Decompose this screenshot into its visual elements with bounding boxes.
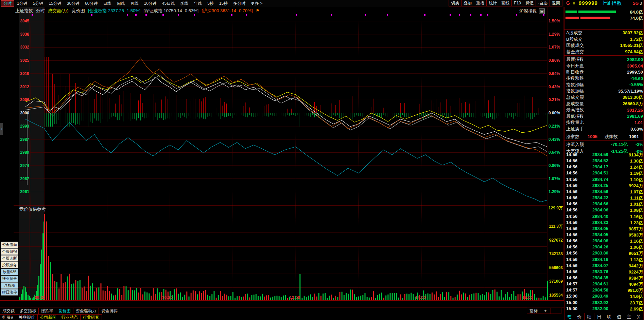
period-item-月线[interactable]: 月线	[127, 1, 141, 6]
row-value: 14565.31亿	[620, 42, 643, 49]
toolbar-button-重播[interactable]: 重播	[474, 0, 487, 6]
adv-dec-cell: 1091	[629, 134, 639, 139]
sidebar-button-行业掘金[interactable]: 行业掘金	[1, 276, 18, 282]
toolbar-button-画线[interactable]: 画线	[499, 0, 512, 6]
extension-tab-row: 扩展∧关联报价公司新闻行业动态行业研究	[0, 314, 102, 320]
sidebar-button-放量935[interactable]: 放量935	[1, 269, 18, 275]
chart-header-item-0[interactable]: 上证指数	[15, 8, 33, 14]
period-item-5秒[interactable]: 5秒	[205, 1, 216, 6]
indicator-tab-竞价图[interactable]: 竞价图	[56, 308, 73, 314]
intraday-chart[interactable]	[0, 7, 564, 301]
zoom-out-button[interactable]: -	[551, 308, 561, 314]
tick-time: 14:56	[566, 189, 577, 194]
bottom-tab-行业动态[interactable]: 行业动态	[59, 314, 81, 320]
toolbar-button-叠加[interactable]: 叠加	[461, 0, 474, 6]
period-item-多分时[interactable]: 多分时	[230, 1, 248, 6]
indicator-button[interactable]: 指标	[527, 308, 540, 314]
indicator-tab-多空指标[interactable]: 多空指标	[17, 308, 39, 314]
time-label-10:30: 10:30	[162, 295, 173, 300]
panel-tab-主[interactable]: 主	[624, 313, 634, 320]
indicator-tab-成交额[interactable]: 成交额	[0, 308, 17, 314]
period-item-更多 >[interactable]: 更多 >	[248, 1, 265, 6]
indicator-tab-资金驱动力[interactable]: 资金驱动力	[73, 308, 99, 314]
tick-price: 2982.92	[592, 300, 608, 305]
toolbar-button--自选[interactable]: -自选	[536, 0, 550, 6]
chart-header-item-1[interactable]: 分时	[36, 8, 45, 14]
panel-tab-筹[interactable]: 筹	[634, 313, 644, 320]
chart-header-item-2[interactable]: 成交额(万)	[48, 8, 69, 14]
tick-price: 2984.40	[592, 214, 608, 219]
sidebar-button-昨日涨停[interactable]: 昨日涨停	[1, 289, 18, 296]
indicator-tab-资金博弈[interactable]: 资金博弈	[99, 308, 120, 314]
price-axis-label: 2974	[13, 164, 29, 168]
period-item-年线[interactable]: 年线	[191, 1, 205, 6]
period-item-30分钟[interactable]: 30分钟	[64, 1, 82, 6]
toolbar-button-切换[interactable]: 切换	[449, 0, 462, 6]
row-label: B股成交	[566, 36, 582, 42]
collapse-tab[interactable]: »	[0, 123, 3, 135]
tick-price: 2984.16	[592, 257, 608, 262]
period-item-分时[interactable]: 分时	[1, 0, 14, 7]
zoom-in-button[interactable]: +	[540, 308, 551, 314]
bottom-tab-关联报价[interactable]: 关联报价	[16, 314, 38, 320]
sidebar-button-含权股[interactable]: 含权股	[1, 282, 18, 289]
tick-amount: 1.06亿	[630, 244, 643, 250]
panel-row-最新指数: 最新指数2982.90	[564, 56, 644, 62]
bottom-tab-扩展∧[interactable]: 扩展∧	[0, 314, 16, 320]
row-value: 26560.8万	[623, 101, 643, 107]
toolbar-actions: 切换叠加重播统计画线F10标记-自选返回	[449, 0, 562, 6]
auction-note: 竞价仅供参考	[19, 206, 46, 212]
bottom-tab-公司新闻[interactable]: 公司新闻	[37, 314, 59, 320]
panel-tab-笔[interactable]: 笔	[564, 313, 574, 320]
period-item-15秒[interactable]: 15秒	[216, 1, 230, 6]
tick-row: 14:562984.511.19亿	[564, 170, 644, 176]
period-item-15分钟[interactable]: 15分钟	[46, 1, 64, 6]
toolbar-button-标记[interactable]: 标记	[523, 0, 536, 6]
period-item-1分钟[interactable]: 1分钟	[14, 1, 30, 6]
panel-tab-值[interactable]: 值	[614, 313, 624, 320]
time-label-09:30: 09:30	[35, 295, 45, 300]
period-item-5分钟[interactable]: 5分钟	[30, 1, 46, 6]
toolbar-button-返回[interactable]: 返回	[550, 0, 562, 6]
panel-tab-联[interactable]: 联	[604, 313, 614, 320]
period-item-45日线[interactable]: 45日线	[159, 1, 177, 6]
volume-axis-label: 371069	[542, 279, 563, 283]
period-item-10分钟[interactable]: 10分钟	[141, 1, 159, 6]
panel-tab-日[interactable]: 日	[594, 313, 604, 320]
period-item-周线[interactable]: 周线	[114, 1, 127, 6]
volume-axis-label: 129.9万	[542, 206, 563, 210]
chart-header-item-3[interactable]: 竞价图	[72, 8, 85, 14]
menu-icon[interactable]: ≡	[573, 1, 575, 6]
window-icon[interactable]: ▣	[539, 8, 545, 14]
chart-header-item-6[interactable]: [沪深300 3631.14 -0.70%]	[202, 8, 253, 14]
tick-time: 14:56	[566, 263, 577, 268]
tick-price: 2984.05	[592, 226, 608, 231]
sidebar-button-投顾服务[interactable]: 投顾服务	[1, 262, 18, 268]
tick-row: 15:002982.902.69亿	[564, 306, 644, 312]
indicator-tab-涨跌率[interactable]: 涨跌率	[38, 308, 56, 314]
toolbar-button-统计[interactable]: 统计	[486, 0, 499, 6]
strength-bar	[565, 11, 577, 13]
sidebar-button-个股研报[interactable]: 个股研报	[1, 248, 18, 255]
row-value: 3005.04	[627, 63, 643, 69]
down-amount: 74.0亿	[630, 15, 643, 21]
sidebar-button-资金流向[interactable]: 资金流向	[1, 242, 18, 248]
tick-row: 14:562984.661.01亿	[564, 201, 644, 207]
tick-amount: 9857万	[629, 226, 643, 232]
tick-price: 2983.76	[592, 269, 608, 274]
panel-tab-细[interactable]: 细	[585, 313, 594, 320]
toolbar-button-F10[interactable]: F10	[511, 0, 523, 6]
period-item-日线[interactable]: 日线	[100, 1, 114, 6]
period-item-季线[interactable]: 季线	[177, 1, 191, 6]
panel-tab-价[interactable]: 价	[574, 313, 584, 320]
hs-index-selector[interactable]: 沪深指数▣	[519, 8, 545, 14]
tick-row: 14:562983.809651万	[564, 250, 644, 257]
chart-header-item-4[interactable]: [创业板指 2337.25 -1.50%]	[88, 8, 141, 14]
price-axis-label: 3019	[13, 72, 29, 76]
symbol-code: 999999	[579, 0, 598, 6]
chart-header-item-5[interactable]: [深证成指 10750.14 -0.63%]	[143, 8, 198, 14]
bottom-tab-行业研究[interactable]: 行业研究	[80, 314, 102, 320]
tick-time: 14:57	[566, 281, 577, 286]
sidebar-button-个股诊断[interactable]: 个股诊断	[1, 255, 18, 262]
period-item-60分钟[interactable]: 60分钟	[82, 1, 100, 6]
